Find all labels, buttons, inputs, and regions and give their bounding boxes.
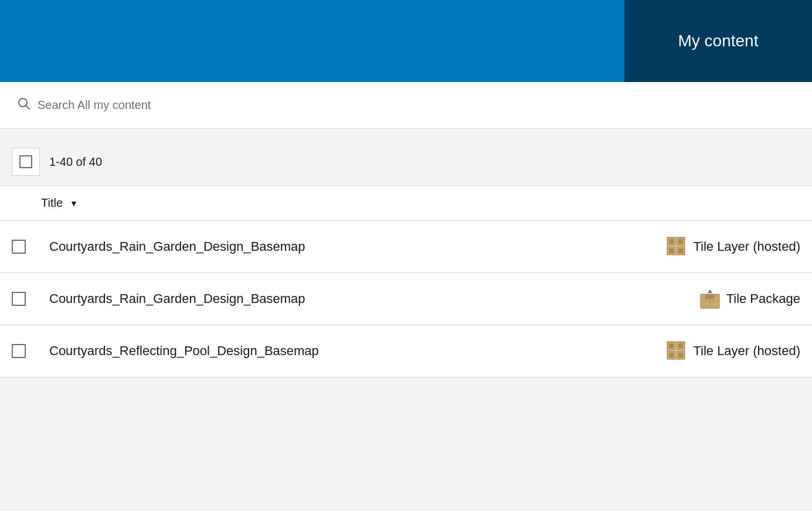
content-list: Courtyards_Rain_Garden_Design_Basemap Ti… bbox=[0, 221, 812, 377]
item-checkbox-2[interactable] bbox=[12, 292, 26, 306]
item-checkbox-1[interactable] bbox=[12, 240, 26, 254]
item-title-3: Courtyards_Reflecting_Pool_Design_Basema… bbox=[49, 343, 666, 359]
svg-rect-7 bbox=[678, 239, 683, 244]
search-input[interactable] bbox=[38, 98, 794, 112]
item-type-label-2: Tile Package bbox=[726, 291, 800, 306]
svg-rect-19 bbox=[669, 343, 674, 348]
item-type-label-3: Tile Layer (hosted) bbox=[693, 343, 800, 359]
sort-column-label: Title bbox=[41, 196, 63, 210]
list-item: Courtyards_Rain_Garden_Design_Basemap Ti… bbox=[0, 273, 812, 325]
item-type-wrap-2: Tile Package bbox=[699, 288, 800, 309]
item-count-label: 1-40 of 40 bbox=[49, 155, 102, 169]
section-divider bbox=[0, 129, 812, 138]
item-type-wrap-3: Tile Layer (hosted) bbox=[666, 340, 800, 362]
list-item: Courtyards_Reflecting_Pool_Design_Basema… bbox=[0, 325, 812, 377]
search-bar-container bbox=[0, 82, 812, 129]
list-item: Courtyards_Rain_Garden_Design_Basemap Ti… bbox=[0, 221, 812, 273]
svg-rect-20 bbox=[678, 343, 683, 348]
item-checkbox-3[interactable] bbox=[12, 344, 26, 358]
header-title-area: My content bbox=[624, 0, 812, 82]
header: My content bbox=[0, 0, 812, 82]
sort-arrow-icon: ▼ bbox=[70, 199, 78, 208]
svg-rect-8 bbox=[669, 248, 674, 253]
tile-layer-icon bbox=[666, 236, 687, 257]
select-all-checkbox[interactable] bbox=[19, 155, 32, 168]
select-all-checkbox-wrap[interactable] bbox=[12, 148, 40, 176]
svg-rect-22 bbox=[678, 353, 683, 357]
item-type-wrap-1: Tile Layer (hosted) bbox=[666, 236, 800, 257]
svg-rect-6 bbox=[669, 239, 674, 244]
svg-marker-14 bbox=[708, 289, 712, 293]
svg-rect-21 bbox=[669, 353, 674, 357]
tile-layer-icon-3 bbox=[666, 340, 687, 362]
item-title-1: Courtyards_Rain_Garden_Design_Basemap bbox=[49, 239, 666, 254]
search-icon bbox=[18, 97, 30, 113]
header-background bbox=[0, 0, 624, 82]
page-title: My content bbox=[678, 32, 759, 50]
svg-rect-9 bbox=[678, 248, 683, 253]
item-type-label-1: Tile Layer (hosted) bbox=[693, 239, 800, 254]
count-row: 1-40 of 40 bbox=[0, 138, 812, 186]
item-title-2: Courtyards_Rain_Garden_Design_Basemap bbox=[49, 291, 699, 306]
svg-line-1 bbox=[26, 106, 30, 110]
tile-package-icon bbox=[699, 288, 721, 309]
title-sort-row[interactable]: Title ▼ bbox=[0, 186, 812, 221]
